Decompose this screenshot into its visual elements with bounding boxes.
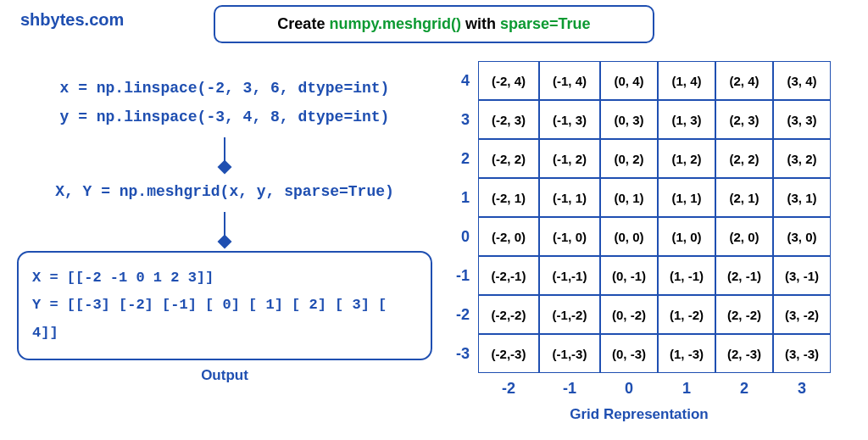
grid-row: -1(-2,-1)(-1,-1)(0, -1)(1, -1)(2, -1)(3,…: [448, 256, 831, 295]
y-axis-label: -3: [448, 345, 478, 363]
code-line-meshgrid: X, Y = np.meshgrid(x, y, sparse=True): [17, 183, 432, 200]
grid-row: 4(-2, 4)(-1, 4)(0, 4)(1, 4)(2, 4)(3, 4): [448, 61, 831, 100]
grid-cell: (2, 0): [715, 217, 773, 256]
x-axis-label: 0: [600, 380, 658, 398]
arrow-down-icon: [224, 137, 225, 171]
x-axis-label: -2: [478, 380, 539, 398]
code-flow: x = np.linspace(-2, 3, 6, dtype=int) y =…: [17, 68, 432, 384]
grid-cell: (0, 0): [600, 217, 658, 256]
grid-cell: (-1,-1): [539, 256, 600, 295]
output-y: Y = [[-3] [-2] [-1] [ 0] [ 1] [ 2] [ 3] …: [32, 292, 417, 347]
grid-cell: (0, 1): [600, 178, 658, 217]
y-axis-label: 0: [448, 228, 478, 246]
grid-cell: (3, 4): [773, 61, 831, 100]
grid-cell: (2, 1): [715, 178, 773, 217]
grid-cell: (2, 2): [715, 139, 773, 178]
grid-cell: (-1, 3): [539, 100, 600, 139]
y-axis-label: 2: [448, 150, 478, 168]
arrow-down-icon: [224, 212, 225, 246]
grid-cell: (1, 0): [658, 217, 715, 256]
grid-cell: (2, -2): [715, 295, 773, 334]
grid-cell: (0, 4): [600, 61, 658, 100]
grid-row: 3(-2, 3)(-1, 3)(0, 3)(1, 3)(2, 3)(3, 3): [448, 100, 831, 139]
site-title: shbytes.com: [20, 10, 124, 30]
grid-cell: (3, 1): [773, 178, 831, 217]
title-arg: sparse=True: [500, 15, 591, 32]
grid-cell: (-2, 1): [478, 178, 539, 217]
grid-cell: (-2, 3): [478, 100, 539, 139]
grid-cell: (2, -1): [715, 256, 773, 295]
code-line-y: y = np.linspace(-3, 4, 8, dtype=int): [17, 109, 432, 125]
grid-cell: (3, -2): [773, 295, 831, 334]
grid-cell: (1, 1): [658, 178, 715, 217]
output-box: X = [[-2 -1 0 1 2 3]] Y = [[-3] [-2] [-1…: [17, 251, 432, 360]
grid-cell: (1, -2): [658, 295, 715, 334]
grid-representation: 4(-2, 4)(-1, 4)(0, 4)(1, 4)(2, 4)(3, 4)3…: [448, 61, 856, 423]
grid-cell: (-1, 0): [539, 217, 600, 256]
grid-cell: (-2,-2): [478, 295, 539, 334]
y-axis-label: 1: [448, 189, 478, 207]
grid-cell: (3, -3): [773, 334, 831, 373]
grid-cell: (0, -3): [600, 334, 658, 373]
y-axis-label: -1: [448, 267, 478, 285]
grid-cell: (-2, 4): [478, 61, 539, 100]
grid-cell: (3, 2): [773, 139, 831, 178]
grid-caption: Grid Representation: [448, 406, 800, 423]
y-axis-label: 3: [448, 111, 478, 129]
y-axis-label: 4: [448, 72, 478, 90]
grid-cell: (1, -3): [658, 334, 715, 373]
grid-row: 2(-2, 2)(-1, 2)(0, 2)(1, 2)(2, 2)(3, 2): [448, 139, 831, 178]
code-line-x: x = np.linspace(-2, 3, 6, dtype=int): [17, 80, 432, 97]
grid-cell: (1, -1): [658, 256, 715, 295]
grid-cell: (1, 2): [658, 139, 715, 178]
page-title-box: Create numpy.meshgrid() with sparse=True: [214, 5, 654, 43]
output-label: Output: [17, 367, 432, 384]
grid-cell: (-1, 1): [539, 178, 600, 217]
x-axis-label: 2: [715, 380, 773, 398]
grid-cell: (1, 4): [658, 61, 715, 100]
x-axis-label: -1: [539, 380, 600, 398]
output-x: X = [[-2 -1 0 1 2 3]]: [32, 265, 417, 292]
grid-row: 1(-2, 1)(-1, 1)(0, 1)(1, 1)(2, 1)(3, 1): [448, 178, 831, 217]
grid-cell: (2, 3): [715, 100, 773, 139]
grid-cell: (3, 0): [773, 217, 831, 256]
grid-cell: (-1,-3): [539, 334, 600, 373]
grid-cell: (1, 3): [658, 100, 715, 139]
grid-cell: (-1, 2): [539, 139, 600, 178]
grid-cell: (0, 2): [600, 139, 658, 178]
grid-cell: (3, -1): [773, 256, 831, 295]
grid-cell: (3, 3): [773, 100, 831, 139]
grid-cell: (2, -3): [715, 334, 773, 373]
title-func: numpy.meshgrid(): [329, 15, 461, 32]
title-mid: with: [461, 15, 500, 32]
x-axis-label: 1: [658, 380, 715, 398]
grid-row: -3(-2,-3)(-1,-3)(0, -3)(1, -3)(2, -3)(3,…: [448, 334, 831, 373]
grid-cell: (-2, 2): [478, 139, 539, 178]
grid-cell: (-2,-1): [478, 256, 539, 295]
grid-cell: (-1, 4): [539, 61, 600, 100]
grid-row: 0(-2, 0)(-1, 0)(0, 0)(1, 0)(2, 0)(3, 0): [448, 217, 831, 256]
grid-cell: (0, -2): [600, 295, 658, 334]
grid-cell: (2, 4): [715, 61, 773, 100]
grid-cell: (-2,-3): [478, 334, 539, 373]
grid-row: -2(-2,-2)(-1,-2)(0, -2)(1, -2)(2, -2)(3,…: [448, 295, 831, 334]
y-axis-label: -2: [448, 306, 478, 324]
x-axis-label: 3: [773, 380, 831, 398]
grid-cell: (-1,-2): [539, 295, 600, 334]
grid-cell: (0, 3): [600, 100, 658, 139]
grid-cell: (0, -1): [600, 256, 658, 295]
title-prefix: Create: [277, 15, 329, 32]
grid-cell: (-2, 0): [478, 217, 539, 256]
